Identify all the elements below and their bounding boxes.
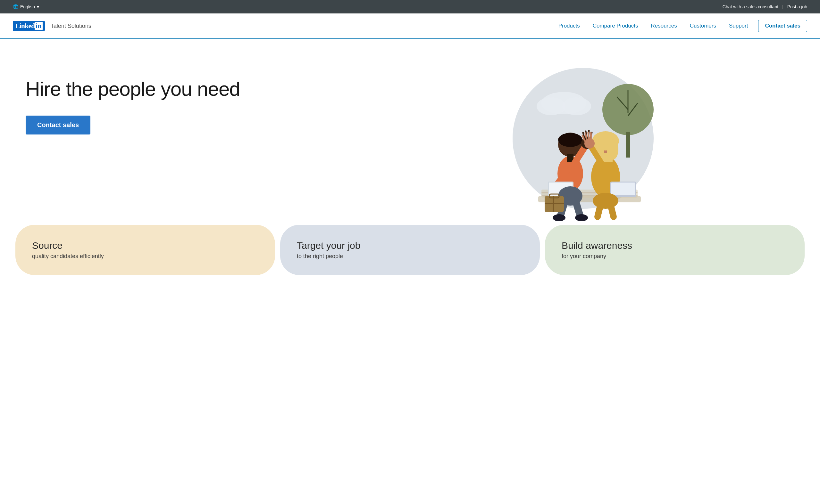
top-bar: 🌐 English ▾ Chat with a sales consultant… bbox=[0, 0, 820, 13]
nav-contact-sales-button[interactable]: Contact sales bbox=[758, 20, 807, 32]
card-source: Source quality candidates efficiently bbox=[15, 225, 275, 275]
hero-left: Hire the people you need Contact sales bbox=[26, 58, 372, 134]
svg-rect-5 bbox=[626, 132, 630, 158]
nav-compare-products[interactable]: Compare Products bbox=[587, 20, 644, 32]
nav-links: Products Compare Products Resources Cust… bbox=[553, 20, 807, 32]
svg-rect-49 bbox=[611, 183, 635, 195]
chat-consultant-link[interactable]: Chat with a sales consultant bbox=[723, 4, 778, 9]
hero-section: Hire the people you need Contact sales bbox=[0, 39, 820, 225]
nav-support[interactable]: Support bbox=[724, 20, 753, 32]
hero-title: Hire the people you need bbox=[26, 77, 372, 100]
svg-point-50 bbox=[593, 193, 619, 209]
language-label: English bbox=[20, 4, 35, 9]
logo-linked: Linked bbox=[15, 22, 35, 30]
logo-tagline: Talent Solutions bbox=[51, 23, 91, 29]
svg-point-29 bbox=[553, 214, 565, 221]
svg-point-3 bbox=[562, 97, 591, 115]
nav-products[interactable]: Products bbox=[553, 20, 585, 32]
card-build-title: Build awareness bbox=[562, 240, 788, 251]
top-bar-right: Chat with a sales consultant | Post a jo… bbox=[723, 4, 807, 9]
cards-section: Source quality candidates efficiently Ta… bbox=[0, 225, 820, 294]
card-source-subtitle: quality candidates efficiently bbox=[32, 253, 258, 260]
hero-svg-illustration bbox=[500, 58, 667, 225]
svg-line-52 bbox=[610, 204, 613, 217]
svg-line-43 bbox=[588, 133, 589, 138]
svg-point-15 bbox=[558, 133, 582, 147]
svg-point-2 bbox=[537, 97, 565, 115]
language-selector[interactable]: 🌐 English ▾ bbox=[13, 4, 39, 9]
svg-rect-34 bbox=[553, 196, 554, 212]
linkedin-logo: Linked in bbox=[13, 21, 45, 31]
card-target-subtitle: to the right people bbox=[297, 253, 523, 260]
chevron-down-icon: ▾ bbox=[37, 4, 39, 9]
hero-contact-sales-button[interactable]: Contact sales bbox=[26, 116, 90, 134]
svg-point-30 bbox=[575, 214, 588, 221]
hero-illustration bbox=[372, 58, 794, 225]
nav-resources[interactable]: Resources bbox=[646, 20, 682, 32]
svg-line-45 bbox=[591, 133, 591, 139]
svg-line-28 bbox=[575, 199, 580, 215]
card-build-subtitle: for your company bbox=[562, 253, 788, 260]
nav-customers[interactable]: Customers bbox=[685, 20, 721, 32]
logo[interactable]: Linked in Talent Solutions bbox=[13, 21, 91, 31]
svg-line-51 bbox=[597, 204, 601, 217]
card-target: Target your job to the right people bbox=[280, 225, 540, 275]
card-build: Build awareness for your company bbox=[545, 225, 805, 275]
card-target-title: Target your job bbox=[297, 240, 523, 251]
logo-in: in bbox=[35, 22, 42, 30]
svg-point-42 bbox=[584, 138, 594, 149]
card-source-title: Source bbox=[32, 240, 258, 251]
globe-icon: 🌐 bbox=[13, 4, 18, 9]
svg-rect-33 bbox=[545, 203, 564, 204]
main-nav: Linked in Talent Solutions Products Comp… bbox=[0, 13, 820, 39]
divider: | bbox=[782, 4, 783, 9]
post-job-link[interactable]: Post a job bbox=[787, 4, 807, 9]
